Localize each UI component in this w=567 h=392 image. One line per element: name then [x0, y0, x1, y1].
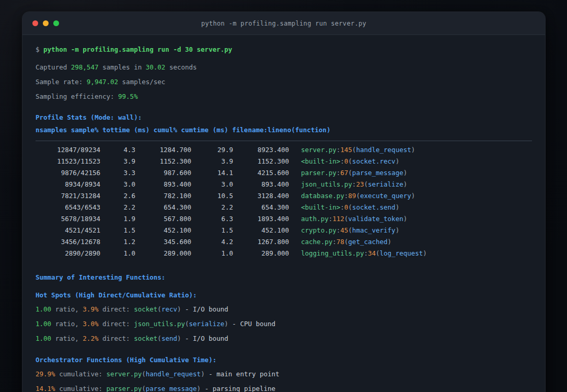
table-row: 2890/28901.0289.0001.0289.000logging_uti…: [36, 248, 532, 259]
note: - main entry point: [209, 370, 279, 378]
cumulative-label: cumulative:: [59, 385, 102, 392]
cumul-pct-cell: 4.2: [191, 236, 233, 248]
filename: server.py: [301, 146, 337, 154]
prompt-symbol: $: [36, 45, 40, 53]
tottime-cell: 289.000: [135, 248, 191, 259]
function-name: serialize: [189, 320, 225, 328]
table-row: 3456/126781.2345.6004.21267.800cache.py:…: [36, 236, 532, 248]
function-location: logging_utils.py:34(log_request): [301, 248, 427, 259]
lineno: 145: [340, 146, 352, 154]
note: - I/O bound: [185, 335, 228, 342]
function-ref: socket(recv): [134, 305, 181, 313]
tottime-cell: 893.400: [135, 179, 191, 190]
orchestrators-title: Orchestrator Functions (High Cumulative …: [36, 353, 532, 367]
table-row: 6543/65432.2654.3002.2654.300<built-in>:…: [36, 202, 532, 213]
profile-table: 12847/892344.31284.70029.98923.400server…: [36, 144, 532, 259]
function-location: crypto.py:45(hmac_verify): [301, 225, 399, 236]
filename: parser.py: [301, 169, 337, 177]
function-ref: parser.py(parse_message): [107, 385, 201, 392]
sample-pct-cell: 1.5: [100, 225, 135, 236]
function-name: socket.recv: [352, 157, 396, 165]
function-location: <built-in>:0(socket.send): [301, 202, 399, 213]
function-ref: server.py(handle_request): [107, 370, 205, 378]
function-name: send: [161, 335, 177, 342]
filename: json_utils.py: [134, 320, 185, 328]
minimize-button[interactable]: [43, 20, 49, 26]
hot-spot-line: 1.00 ratio, 2.2% direct: socket(send) - …: [36, 331, 532, 346]
efficiency-line: Sampling efficiency: 99.5%: [36, 89, 532, 104]
table-row: 4521/45211.5452.1001.5452.100crypto.py:4…: [36, 225, 532, 236]
note: - parsing pipeline: [205, 385, 275, 392]
function-name: recv: [161, 305, 177, 313]
cumul-pct-cell: 10.5: [191, 190, 233, 202]
prompt-line: $ python -m profiling.sampling run -d 30…: [36, 44, 532, 55]
efficiency-value: 99.5%: [118, 93, 138, 100]
rate-label: Sample rate:: [36, 78, 83, 86]
filename: logging_utils.py: [301, 249, 364, 257]
nsamples-cell: 12847/89234: [36, 144, 100, 156]
cumul-pct-cell: 3.0: [191, 179, 233, 190]
tottime-cell: 567.800: [135, 213, 191, 225]
captured-line: Captured 298,547 samples in 30.02 second…: [36, 60, 532, 75]
direct-label: direct:: [102, 335, 130, 342]
function-name: hmac_verify: [352, 226, 396, 234]
cumtime-cell: 1267.800: [233, 236, 289, 248]
filename: database.py: [301, 192, 344, 200]
ratio-value: 1.00: [36, 305, 51, 313]
nsamples-cell: 2890/2890: [36, 248, 100, 259]
cumulative-pct: 14.1%: [36, 385, 55, 392]
filename: cache.py: [301, 238, 332, 246]
nsamples-cell: 5678/18934: [36, 213, 100, 225]
function-name: socket.send: [352, 203, 396, 211]
sample-pct-cell: 2.6: [100, 190, 135, 202]
orchestrator-line: 29.9% cumulative: server.py(handle_reque…: [36, 367, 532, 382]
note: - I/O bound: [185, 305, 228, 313]
nsamples-cell: 6543/6543: [36, 202, 100, 213]
cumtime-cell: 289.000: [233, 248, 289, 259]
hot-spots-title: Hot Spots (High Direct/Cumulative Ratio)…: [36, 289, 532, 302]
summary-title: Summary of Interesting Functions:: [36, 271, 532, 284]
close-button[interactable]: [32, 20, 38, 26]
efficiency-label: Sampling efficiency:: [36, 93, 114, 100]
lineno: 78: [337, 238, 344, 246]
tottime-cell: 782.100: [135, 190, 191, 202]
filename: auth.py: [301, 215, 329, 223]
filename: crypto.py: [301, 226, 337, 234]
sample-pct-cell: 3.9: [100, 156, 135, 167]
captured-samples-value: 298,547: [71, 63, 99, 71]
nsamples-cell: 9876/42156: [36, 167, 100, 179]
cumtime-cell: 1152.300: [233, 156, 289, 167]
direct-label: direct:: [102, 320, 130, 328]
orchestrator-line: 14.1% cumulative: parser.py(parse_messag…: [36, 382, 532, 392]
cumtime-cell: 893.400: [233, 179, 289, 190]
rate-value: 9,947.02: [87, 78, 118, 86]
nsamples-cell: 4521/4521: [36, 225, 100, 236]
cumulative-label: cumulative:: [59, 370, 102, 378]
sample-pct-cell: 4.3: [100, 144, 135, 156]
lineno: 67: [340, 169, 348, 177]
tottime-cell: 1152.300: [135, 156, 191, 167]
note: - CPU bound: [232, 320, 275, 328]
function-ref: json_utils.py(serialize): [134, 320, 228, 328]
function-location: server.py:145(handle_request): [301, 144, 415, 156]
table-row: 7821/312842.6782.10010.53128.400database…: [36, 190, 532, 202]
sample-pct-cell: 2.2: [100, 202, 135, 213]
function-name: get_cached: [348, 238, 387, 246]
terminal-body: $ python -m profiling.sampling run -d 30…: [22, 35, 545, 392]
sample-pct-cell: 3.0: [100, 179, 135, 190]
profile-stats-title: Profile Stats (Mode: wall):: [36, 111, 532, 124]
maximize-button[interactable]: [53, 20, 59, 26]
function-name: parse_message: [352, 169, 403, 177]
captured-suffix-label: seconds: [169, 63, 197, 71]
terminal-window: python -m profiling.sampling run server.…: [22, 11, 546, 392]
hot-spot-line: 1.00 ratio, 3.9% direct: socket(recv) - …: [36, 302, 532, 317]
filename: socket: [134, 335, 157, 342]
cumul-pct-cell: 2.2: [191, 202, 233, 213]
function-location: json_utils.py:23(serialize): [301, 179, 407, 190]
cumtime-cell: 4215.600: [233, 167, 289, 179]
filename: socket: [134, 305, 157, 313]
direct-pct: 3.0%: [83, 320, 98, 328]
function-ref: socket(send): [134, 335, 181, 342]
table-row: 8934/89343.0893.4003.0893.400json_utils.…: [36, 179, 532, 190]
ratio-label: ratio,: [55, 305, 79, 313]
